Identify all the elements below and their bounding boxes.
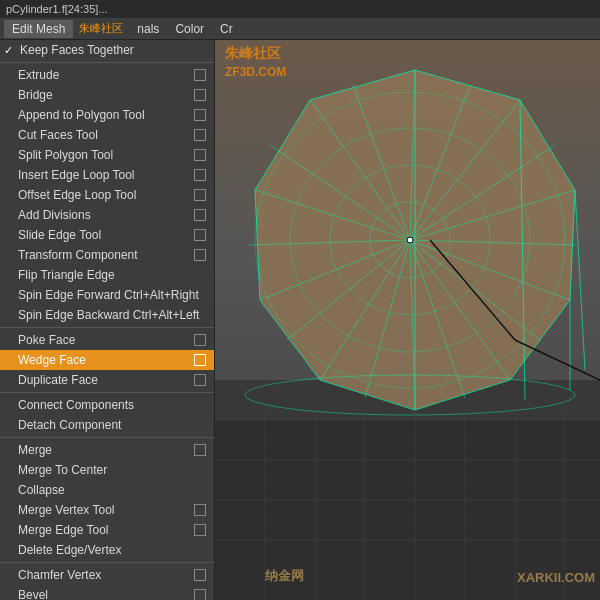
- option-box-icon[interactable]: [194, 169, 206, 181]
- menu-item-transform-component[interactable]: Transform Component: [0, 245, 214, 265]
- menu-item-label: Flip Triangle Edge: [18, 268, 206, 282]
- menu-item-flip-triangle-edge[interactable]: Flip Triangle Edge: [0, 265, 214, 285]
- menu-item-label: Merge: [18, 443, 190, 457]
- menu-item-label: Chamfer Vertex: [18, 568, 190, 582]
- menu-item-wedge-face[interactable]: Wedge Face: [0, 350, 214, 370]
- menu-item-chamfer-vertex[interactable]: Chamfer Vertex: [0, 565, 214, 585]
- menu-community[interactable]: 朱峰社区: [73, 19, 129, 38]
- dropdown-menu: ✓Keep Faces TogetherExtrudeBridgeAppend …: [0, 40, 215, 600]
- menu-item-keep-faces-together[interactable]: ✓Keep Faces Together: [0, 40, 214, 60]
- menu-item-insert-edge-loop[interactable]: Insert Edge Loop Tool: [0, 165, 214, 185]
- menu-item-label: Spin Edge Forward Ctrl+Alt+Right: [18, 288, 206, 302]
- menu-item-merge-edge-tool[interactable]: Merge Edge Tool: [0, 520, 214, 540]
- menu-item-label: Merge Vertex Tool: [18, 503, 190, 517]
- option-box-icon[interactable]: [194, 354, 206, 366]
- svg-rect-0: [215, 420, 600, 600]
- menu-item-label: Poke Face: [18, 333, 190, 347]
- menu-divider: [0, 562, 214, 563]
- title-text: pCylinder1.f[24:35]...: [6, 3, 108, 15]
- menu-item-label: Merge To Center: [18, 463, 206, 477]
- menu-item-bridge[interactable]: Bridge: [0, 85, 214, 105]
- menu-item-label: Bridge: [18, 88, 190, 102]
- menu-item-label: Wedge Face: [18, 353, 190, 367]
- menu-item-label: Connect Components: [18, 398, 206, 412]
- menu-item-cut-faces-tool[interactable]: Cut Faces Tool: [0, 125, 214, 145]
- option-box-icon[interactable]: [194, 444, 206, 456]
- menu-item-merge[interactable]: Merge: [0, 440, 214, 460]
- menu-item-label: Detach Component: [18, 418, 206, 432]
- svg-line-29: [575, 190, 585, 370]
- option-box-icon[interactable]: [194, 524, 206, 536]
- menu-item-append-to-polygon[interactable]: Append to Polygon Tool: [0, 105, 214, 125]
- menu-item-spin-edge-forward[interactable]: Spin Edge Forward Ctrl+Alt+Right: [0, 285, 214, 305]
- menu-item-label: Extrude: [18, 68, 190, 82]
- menu-item-merge-to-center[interactable]: Merge To Center: [0, 460, 214, 480]
- menu-divider: [0, 327, 214, 328]
- menu-item-extrude[interactable]: Extrude: [0, 65, 214, 85]
- menu-bar: Edit Mesh 朱峰社区 nals Color Cr: [0, 18, 600, 40]
- option-box-icon[interactable]: [194, 209, 206, 221]
- menu-item-offset-edge-loop[interactable]: Offset Edge Loop Tool: [0, 185, 214, 205]
- option-box-icon[interactable]: [194, 374, 206, 386]
- menu-color[interactable]: Color: [167, 20, 212, 38]
- menu-item-label: Bevel: [18, 588, 190, 600]
- menu-item-label: Add Divisions: [18, 208, 190, 222]
- menu-item-collapse[interactable]: Collapse: [0, 480, 214, 500]
- svg-point-48: [407, 237, 413, 243]
- menu-item-label: Transform Component: [18, 248, 190, 262]
- menu-item-label: Duplicate Face: [18, 373, 190, 387]
- option-box-icon[interactable]: [194, 334, 206, 346]
- menu-item-merge-vertex-tool[interactable]: Merge Vertex Tool: [0, 500, 214, 520]
- option-box-icon[interactable]: [194, 229, 206, 241]
- option-box-icon[interactable]: [194, 149, 206, 161]
- option-box-icon[interactable]: [194, 249, 206, 261]
- menu-item-label: Insert Edge Loop Tool: [18, 168, 190, 182]
- option-box-icon[interactable]: [194, 89, 206, 101]
- checkmark-icon: ✓: [4, 44, 16, 57]
- menu-item-label: Offset Edge Loop Tool: [18, 188, 190, 202]
- menu-divider: [0, 62, 214, 63]
- menu-cr[interactable]: Cr: [212, 20, 241, 38]
- menu-item-duplicate-face[interactable]: Duplicate Face: [0, 370, 214, 390]
- viewport: 朱峰社区 ZF3D.COM 纳金网 XARKII.COM: [215, 40, 600, 600]
- option-box-icon[interactable]: [194, 569, 206, 581]
- menu-item-poke-face[interactable]: Poke Face: [0, 330, 214, 350]
- menu-item-label: Keep Faces Together: [20, 43, 206, 57]
- menu-item-label: Spin Edge Backward Ctrl+Alt+Left: [18, 308, 206, 322]
- option-box-icon[interactable]: [194, 109, 206, 121]
- menu-item-delete-edge-vertex[interactable]: Delete Edge/Vertex: [0, 540, 214, 560]
- main-area: ✓Keep Faces TogetherExtrudeBridgeAppend …: [0, 40, 600, 600]
- menu-item-label: Merge Edge Tool: [18, 523, 190, 537]
- menu-item-label: Split Polygon Tool: [18, 148, 190, 162]
- menu-item-label: Delete Edge/Vertex: [18, 543, 206, 557]
- option-box-icon[interactable]: [194, 589, 206, 600]
- menu-nals[interactable]: nals: [129, 20, 167, 38]
- menu-item-slide-edge-tool[interactable]: Slide Edge Tool: [0, 225, 214, 245]
- mesh-viewport-svg: [215, 40, 600, 600]
- option-box-icon[interactable]: [194, 189, 206, 201]
- menu-divider: [0, 392, 214, 393]
- menu-item-spin-edge-backward[interactable]: Spin Edge Backward Ctrl+Alt+Left: [0, 305, 214, 325]
- menu-item-label: Slide Edge Tool: [18, 228, 190, 242]
- menu-item-detach-component[interactable]: Detach Component: [0, 415, 214, 435]
- menu-item-connect-components[interactable]: Connect Components: [0, 395, 214, 415]
- menu-item-split-polygon-tool[interactable]: Split Polygon Tool: [0, 145, 214, 165]
- menu-item-label: Append to Polygon Tool: [18, 108, 190, 122]
- option-box-icon[interactable]: [194, 504, 206, 516]
- option-box-icon[interactable]: [194, 129, 206, 141]
- menu-edit-mesh[interactable]: Edit Mesh: [4, 20, 73, 38]
- menu-item-bevel[interactable]: Bevel: [0, 585, 214, 600]
- menu-divider: [0, 437, 214, 438]
- menu-item-label: Cut Faces Tool: [18, 128, 190, 142]
- menu-item-label: Collapse: [18, 483, 206, 497]
- option-box-icon[interactable]: [194, 69, 206, 81]
- title-bar: pCylinder1.f[24:35]...: [0, 0, 600, 18]
- menu-item-add-divisions[interactable]: Add Divisions: [0, 205, 214, 225]
- svg-line-47: [515, 340, 600, 380]
